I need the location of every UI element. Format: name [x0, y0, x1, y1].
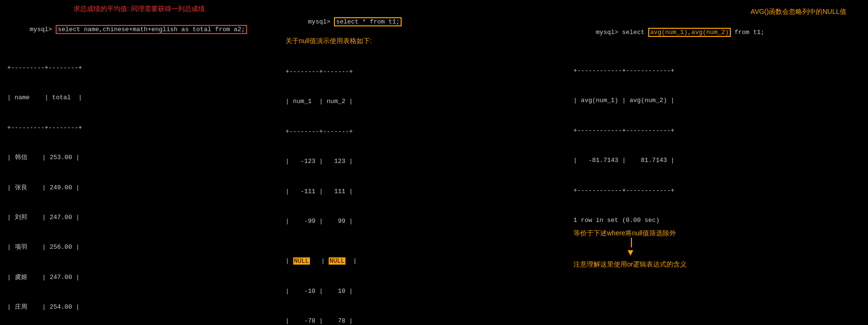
- middle-panel: mysql> select * from t1; 关于null值演示使用表格如下…: [278, 0, 566, 325]
- left-table1-line3: | 韩信 | 253.00 |: [7, 153, 271, 163]
- middle-table-row5: | -78 | 78 |: [285, 316, 559, 325]
- middle-table-row2: | -99 | 99 |: [285, 217, 559, 227]
- left-sql1: mysql> select name,chinese+math+english …: [7, 15, 271, 44]
- right-rows1: 1 row in set (0.00 sec): [573, 216, 861, 225]
- right-sql1-highlight: avg(num_1),avg(num_2): [648, 28, 731, 37]
- left-annotation-top: 求总成绩的平均值: 同理需要获得一列总成绩: [7, 5, 271, 13]
- left-table1-line2: +---------+--------+: [7, 123, 271, 133]
- right-table1-line3: | -81.7143 | 81.7143 |: [573, 156, 861, 166]
- middle-table-row0: | -123 | 123 |: [285, 157, 559, 167]
- middle-table1: +--------+-------+ | num_1 | num_2 | +--…: [285, 47, 559, 325]
- right-table1-line2: +------------+------------+: [573, 126, 861, 136]
- right-panel: AVG()函数会忽略列中的NULL值 mysql> select avg(num…: [566, 0, 868, 325]
- middle-table-sep1: +--------+-------+: [285, 127, 559, 137]
- left-panel: 求总成绩的平均值: 同理需要获得一列总成绩 mysql> select name…: [0, 0, 278, 325]
- left-table1: +---------+--------+ | name | total | +-…: [7, 44, 271, 325]
- null-cell-2: NULL: [329, 257, 345, 265]
- right-sql1-prompt: mysql> select: [596, 29, 648, 36]
- middle-table-header: | num_1 | num_2 |: [285, 97, 559, 107]
- left-table1-line4: | 张良 | 249.00 |: [7, 183, 271, 193]
- left-table1-line0: +---------+--------+: [7, 63, 271, 73]
- left-table1-line8: | 庄周 | 254.00 |: [7, 302, 271, 313]
- null-cell-1: NULL: [293, 257, 310, 265]
- right-annotation-mid: 等价于下述where将null值筛选除外: [573, 229, 861, 238]
- middle-table-sep0: +--------+-------+: [285, 67, 559, 77]
- right-table1-line1: | avg(num_1) | avg(num_2) |: [573, 96, 861, 106]
- middle-sql1-prompt: mysql>: [308, 18, 334, 25]
- right-arrow-section: 等价于下述where将null值筛选除外 ▼: [573, 229, 861, 258]
- right-sql1: mysql> select avg(num_1),avg(num_2) from…: [573, 18, 861, 46]
- right-annotation-bottom: 注意理解这里使用or逻辑表达式的含义: [573, 260, 861, 269]
- right-table1-line4: +------------+------------+: [573, 186, 861, 196]
- right-arrow: ▼: [583, 238, 861, 258]
- left-table1-line6: | 项羽 | 256.00 |: [7, 243, 271, 253]
- right-arrow-head: ▼: [628, 247, 633, 258]
- middle-annotation: 关于null值演示使用表格如下:: [285, 37, 559, 46]
- left-sql1-prompt: mysql>: [30, 26, 56, 33]
- middle-sql1: mysql> select * from t1;: [285, 8, 559, 36]
- right-table1-line0: +------------+------------+: [573, 66, 861, 76]
- middle-sql1-query: select * from t1;: [334, 17, 402, 26]
- middle-table-row4: | -10 | 10 |: [285, 287, 559, 297]
- right-sql1-suffix: from t1;: [731, 29, 764, 36]
- left-table1-line5: | 刘邦 | 247.00 |: [7, 213, 271, 223]
- middle-table-row3: | NULL | NULL |: [285, 256, 559, 267]
- right-annotation-top: AVG()函数会忽略列中的NULL值: [573, 8, 846, 16]
- left-sql1-query: select name,chinese+math+english as tota…: [56, 25, 247, 34]
- right-arrow-line: [631, 238, 632, 247]
- right-table1: +------------+------------+ | avg(num_1)…: [573, 46, 861, 216]
- left-table1-line7: | 虞姬 | 247.00 |: [7, 273, 271, 283]
- left-table1-line1: | name | total |: [7, 93, 271, 103]
- middle-table-row1: | -111 | 111 |: [285, 187, 559, 197]
